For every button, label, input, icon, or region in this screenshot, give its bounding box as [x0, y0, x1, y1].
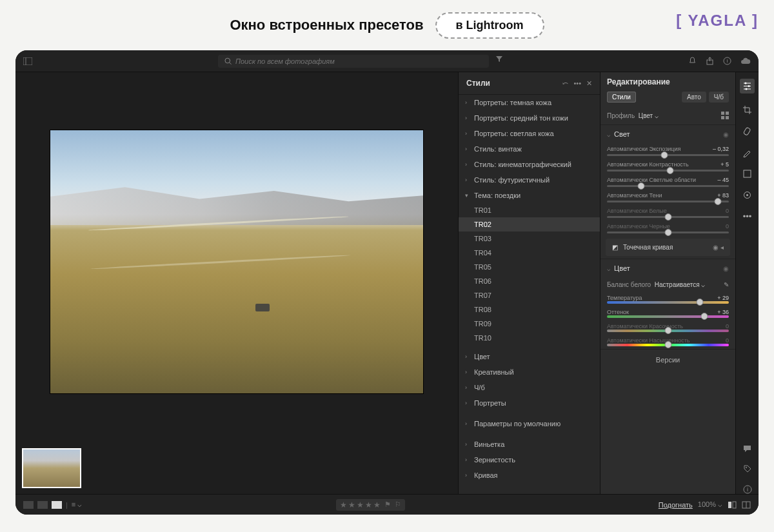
tag-icon[interactable]	[743, 464, 752, 473]
preset-item[interactable]: TR03	[459, 232, 600, 246]
preset-group[interactable]: ›Портреты: средний тон кожи	[459, 110, 600, 126]
zoom-value[interactable]: 100% ⌵	[698, 500, 722, 509]
svg-rect-0	[23, 57, 32, 65]
preset-item[interactable]: TR01	[459, 203, 600, 217]
view-grid-icon[interactable]	[23, 501, 34, 509]
banner-pill: в Lightroom	[435, 12, 544, 39]
before-after-icon[interactable]	[742, 501, 751, 509]
preset-item[interactable]: TR04	[459, 246, 600, 260]
section-light[interactable]: ⌵ Свет ◉	[600, 124, 735, 143]
star-icon: ★	[365, 500, 372, 509]
view-single-icon[interactable]	[52, 501, 62, 509]
bell-icon[interactable]	[688, 57, 697, 65]
photo-viewport[interactable]	[15, 72, 458, 442]
search-input[interactable]	[235, 57, 482, 65]
slider-row[interactable]: Автоматически Контрастность+ 5	[600, 159, 735, 174]
help-icon[interactable]: i	[723, 57, 731, 65]
preset-defaults[interactable]: ›Параметры по умолчанию	[459, 416, 600, 431]
preset-item[interactable]: TR02	[459, 217, 600, 232]
info-icon[interactable]: i	[743, 485, 752, 494]
sort-icon[interactable]: ≡ ⌵	[72, 500, 82, 509]
preset-group[interactable]: ›Стиль: футуристичный	[459, 172, 600, 188]
tab-styles[interactable]: Стили	[607, 92, 636, 103]
profile-label: Профиль	[607, 112, 635, 119]
preset-group[interactable]: ›Виньетка	[459, 437, 600, 452]
slider-row[interactable]: Автоматически Черные0	[600, 221, 735, 236]
comment-icon[interactable]	[742, 444, 752, 453]
filmstrip	[15, 442, 458, 494]
wb-dropdown[interactable]: Настраивается ⌵	[655, 281, 706, 288]
view-grid2-icon[interactable]	[37, 501, 48, 509]
svg-rect-7	[721, 112, 724, 115]
slider-row[interactable]: Автоматически Насыщенность0	[600, 335, 735, 349]
filter-icon[interactable]	[495, 55, 503, 68]
tool-linear-gradient[interactable]	[742, 169, 752, 179]
profile-grid-icon[interactable]	[721, 112, 729, 119]
eyedropper-icon[interactable]: ✎	[724, 281, 729, 288]
preset-group[interactable]: ›Стиль: винтаж	[459, 141, 600, 157]
fit-button[interactable]: Подогнать	[659, 501, 693, 509]
versions-button[interactable]: Версии	[600, 349, 735, 370]
preset-group-expanded[interactable]: ▾Тема: поездки	[459, 188, 600, 203]
panel-toggle-icon[interactable]	[23, 57, 32, 65]
preset-item[interactable]: TR08	[459, 302, 600, 317]
profile-value[interactable]: Цвет ⌵	[639, 112, 659, 119]
svg-rect-21	[728, 502, 731, 508]
preset-group[interactable]: ›Портреты: темная кожа	[459, 95, 600, 110]
edit-title: Редактирование	[607, 77, 670, 86]
share-icon[interactable]	[706, 57, 714, 65]
close-icon[interactable]: ✕	[586, 79, 592, 88]
tab-auto[interactable]: Авто	[682, 92, 706, 103]
search-field[interactable]	[218, 55, 489, 68]
preset-group[interactable]: ›Стиль: кинематографический	[459, 157, 600, 172]
more-icon[interactable]: •••	[573, 79, 581, 88]
flag-pick-icon[interactable]: ⚑	[384, 500, 391, 509]
slider-row[interactable]: Оттенок+ 36	[600, 306, 735, 320]
tab-bw[interactable]: Ч/б	[709, 92, 729, 103]
tool-radial-gradient[interactable]	[742, 190, 752, 200]
edit-panel: Редактирование Стили Авто Ч/б Профиль Цв…	[600, 72, 735, 494]
slider-row[interactable]: Автоматически Белые0	[600, 205, 735, 221]
preset-group[interactable]: ›Зернистость	[459, 452, 600, 468]
thumbnail[interactable]	[22, 448, 81, 488]
tool-brush[interactable]	[742, 148, 752, 157]
preset-group[interactable]: ›Портреты	[459, 395, 600, 411]
slider-row[interactable]: Автоматически Тени+ 83	[600, 190, 735, 205]
chevron-down-icon: ⌵	[607, 266, 612, 272]
curve-icon: ◩	[612, 244, 618, 251]
flag-reject-icon[interactable]: ⚐	[395, 500, 401, 509]
preset-item[interactable]: TR10	[459, 331, 600, 345]
preset-item[interactable]: TR07	[459, 288, 600, 302]
slider-row[interactable]: Автоматически Светлые области– 45	[600, 174, 735, 190]
eye-icon[interactable]: ◉	[723, 131, 729, 138]
preset-item[interactable]: TR09	[459, 317, 600, 331]
preset-group[interactable]: ›Портреты: светлая кожа	[459, 126, 600, 141]
slider-row[interactable]: Температура+ 29	[600, 292, 735, 306]
preset-group[interactable]: ›Цвет	[459, 349, 600, 364]
compare-icon[interactable]	[728, 501, 737, 509]
page-banner: Окно встроенных пресетов в Lightroom [ Y…	[15, 9, 759, 41]
topbar: i	[15, 50, 759, 72]
preset-item[interactable]: TR06	[459, 274, 600, 288]
preset-item[interactable]: TR05	[459, 260, 600, 274]
svg-point-12	[748, 85, 750, 87]
section-color[interactable]: ⌵ Цвет ◉	[600, 259, 735, 277]
tool-more[interactable]: •••	[743, 212, 752, 221]
tool-heal[interactable]	[742, 126, 752, 136]
tone-curve-row[interactable]: ◩Точечная кривая ◉ ◂	[606, 239, 730, 256]
cloud-icon[interactable]	[740, 57, 751, 65]
tool-crop[interactable]	[742, 105, 752, 115]
slider-row[interactable]: Автоматически Красочность0	[600, 320, 735, 335]
undo-icon[interactable]: ⤺	[562, 79, 568, 88]
preset-group[interactable]: ›Креативный	[459, 364, 600, 380]
slider-row[interactable]: Автоматически Экспозиция– 0,32	[600, 143, 735, 159]
tool-edit-sliders[interactable]	[740, 79, 755, 94]
eye-icon[interactable]: ◉	[723, 265, 729, 272]
preset-group[interactable]: ›Кривая	[459, 468, 600, 483]
svg-text:i: i	[747, 486, 748, 493]
chevron-right-icon: ›	[465, 369, 470, 375]
svg-rect-22	[733, 502, 736, 508]
preset-group[interactable]: ›Ч/б	[459, 380, 600, 395]
svg-point-11	[745, 83, 747, 84]
star-rating[interactable]: ★ ★ ★ ★ ★ ⚑ ⚐	[336, 499, 405, 511]
